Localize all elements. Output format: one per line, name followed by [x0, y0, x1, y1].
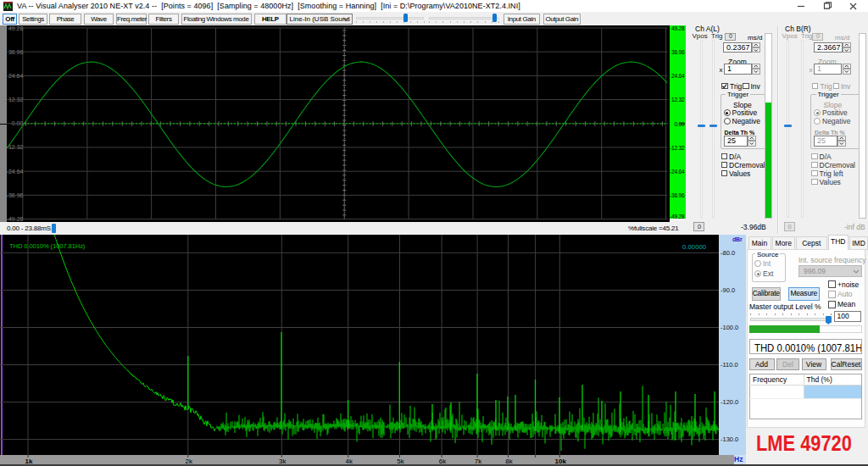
svg-text:-49.28: -49.28	[7, 216, 24, 222]
svg-text:-49.28: -49.28	[670, 214, 685, 219]
svg-text:-36.96: -36.96	[7, 192, 24, 198]
svg-text:36.96: 36.96	[8, 49, 24, 55]
svg-text:0.00: 0.00	[12, 120, 24, 126]
svg-text:-12.32: -12.32	[670, 145, 685, 151]
svg-text:-24.64: -24.64	[670, 169, 685, 175]
svg-text:-36.96: -36.96	[670, 192, 685, 198]
svg-text:24.64: 24.64	[8, 73, 24, 79]
svg-text:36.96: 36.96	[671, 49, 685, 55]
svg-text:24.64: 24.64	[671, 73, 685, 79]
svg-text:-24.64: -24.64	[7, 169, 24, 175]
svg-text:-12.32: -12.32	[7, 144, 24, 150]
svg-text:49.28: 49.28	[8, 25, 24, 31]
svg-text:49.28: 49.28	[671, 25, 685, 31]
svg-text:12.32: 12.32	[8, 97, 24, 103]
svg-text:12.32: 12.32	[671, 97, 685, 103]
